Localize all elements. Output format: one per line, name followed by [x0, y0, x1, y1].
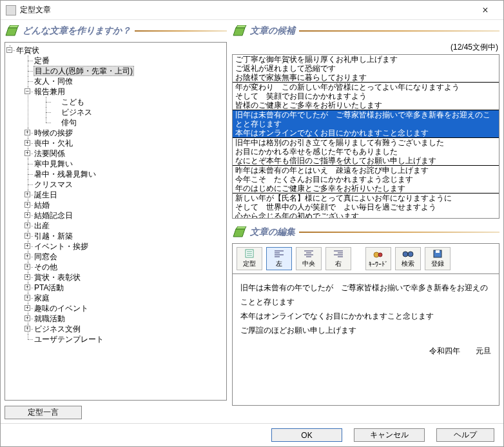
tree-toggle[interactable]: + — [24, 223, 30, 228]
tree-node[interactable]: 家庭 — [34, 293, 50, 303]
category-tree[interactable]: −年賀状定番目上の人(恩師・先輩・上司)友人・同僚−報告兼用こどもビジネス俳句+… — [5, 42, 227, 401]
ok-button[interactable]: OK — [271, 428, 342, 442]
help-button[interactable]: ヘルプ — [436, 428, 494, 442]
tree-node[interactable]: 法要関係 — [34, 149, 66, 158]
candidate-counter: (12/45文例中) — [232, 42, 499, 54]
candidate-line[interactable]: 今年こそ たくさんお目にかかれますよう念じます — [233, 175, 499, 184]
toolbar-left-button[interactable]: 左 — [266, 247, 292, 270]
tree-toggle[interactable]: − — [24, 88, 30, 94]
tree-node[interactable]: 友人・同僚 — [34, 77, 73, 86]
close-button[interactable]: × — [472, 5, 498, 16]
edit-header: 文章の編集 — [232, 225, 499, 239]
tree-toggle[interactable]: + — [24, 284, 30, 290]
tree-node[interactable]: 報告兼用 — [34, 87, 66, 96]
page-icon — [244, 249, 255, 258]
tree-toggle[interactable]: + — [24, 326, 30, 332]
tree-node[interactable]: その他 — [34, 263, 58, 272]
tree-toggle[interactable]: + — [24, 192, 30, 197]
candidate-line[interactable]: ご丁寧な御年賀状を賜り厚くお礼申し上げます — [233, 55, 499, 64]
svg-marker-5 — [236, 226, 246, 229]
cancel-button[interactable]: キャンセル — [354, 428, 425, 442]
tree-node[interactable]: 同窓会 — [34, 252, 58, 261]
tree-toggle[interactable]: + — [24, 130, 30, 135]
tree-node[interactable]: 喪中・欠礼 — [34, 139, 73, 148]
toolbar-register-button[interactable]: 登録 — [425, 247, 451, 270]
candidate-line[interactable]: 旧年中は格別のお引き立てを賜りまして有難うございました — [233, 138, 499, 147]
toolbar-right-button[interactable]: 右 — [325, 247, 351, 270]
candidate-line[interactable]: 本年はオンラインでなくお目にかかれますこと念じます — [233, 128, 499, 137]
tree-node[interactable]: 定番 — [34, 56, 50, 65]
tree-toggle[interactable]: + — [24, 305, 30, 311]
tree-toggle[interactable]: + — [24, 233, 30, 239]
dialog-window: 定型文章 × どんな文章を作りますか？ −年賀状定番目上の人(恩師・先輩・上司)… — [0, 0, 504, 447]
dialog-footer: OK キャンセル ヘルプ — [1, 423, 503, 446]
tree-toggle[interactable]: − — [6, 47, 12, 53]
candidate-line[interactable]: 皆様のご健康とご多幸をお祈りいたします — [233, 101, 499, 110]
candidate-line[interactable]: お陰様で家族無事に暮らしております — [233, 73, 499, 82]
candidate-line[interactable]: 旧年は未曾有の年でしたが ご尊家皆様お揃いで幸多き新春をお迎えのことと存じます — [233, 110, 499, 128]
toolbar-label: 左 — [276, 259, 282, 268]
tree-node[interactable]: 時候の挨拶 — [34, 128, 73, 137]
candidate-line[interactable]: 心から念じる年の初めでございます — [233, 212, 499, 218]
tree-node[interactable]: 暑中・残暑見舞い — [34, 170, 97, 179]
tree-node[interactable]: クリスマス — [34, 180, 73, 189]
candidate-line[interactable]: そして 笑顔でお目にかかれますよう — [233, 92, 499, 101]
tree-toggle[interactable]: + — [24, 202, 30, 208]
align-left-icon — [273, 249, 285, 258]
tree-node[interactable]: こども — [61, 97, 85, 106]
svg-point-24 — [403, 252, 408, 257]
tree-node[interactable]: PTA活動 — [34, 283, 64, 292]
toolbar-keyword-button[interactable]: ｷｰﾜｰﾄﾞ — [365, 247, 391, 270]
candidate-line[interactable]: お目にかかれる幸せを感じた年でもありました — [233, 147, 499, 156]
tree-toggle[interactable]: + — [24, 140, 30, 146]
candidate-line[interactable]: そして 世界中の人が笑顔で よい毎日を過ごせますよう — [233, 203, 499, 212]
edit-section: 文章の編集 定型左中央右ｷｰﾜｰﾄﾞ検索登録 旧年は未曾有の年でしたが ご尊家皆… — [232, 225, 499, 406]
tree-node[interactable]: 結婚記念日 — [34, 211, 73, 220]
tree-node[interactable]: 結婚 — [34, 201, 50, 210]
tree-toggle[interactable]: + — [24, 264, 30, 270]
tree-node[interactable]: 賞状・表彰状 — [34, 273, 81, 282]
candidate-line[interactable]: 昨年は未曾有の年とはいえ 疎遠をお詫び申し上げます — [233, 166, 499, 175]
save-icon — [432, 249, 443, 258]
tree-node[interactable]: 寒中見舞い — [34, 159, 73, 168]
toolbar-search-button[interactable]: 検索 — [395, 247, 421, 270]
tree-node[interactable]: 年賀状 — [15, 46, 40, 55]
candidate-line[interactable]: 年が変わり この新しい年が皆様にとってよい年になりますよう — [233, 83, 499, 92]
header-rule — [299, 232, 499, 233]
tree-toggle[interactable]: + — [24, 295, 30, 301]
tree-node[interactable]: イベント・挨拶 — [34, 242, 89, 251]
tree-toggle[interactable]: + — [24, 243, 30, 249]
svg-marker-0 — [6, 28, 17, 35]
toolbar-teikei-button[interactable]: 定型 — [237, 247, 262, 270]
template-phrases-button[interactable]: 定型一言 — [5, 406, 82, 419]
tree-toggle[interactable]: + — [24, 212, 30, 218]
tree-node[interactable]: ビジネス — [61, 108, 93, 117]
toolbar-label: 登録 — [431, 259, 444, 268]
titlebar: 定型文章 × — [1, 1, 503, 20]
edit-toolbar: 定型左中央右ｷｰﾜｰﾄﾞ検索登録 — [232, 243, 499, 273]
toolbar-label: 右 — [335, 259, 342, 268]
editor-textarea[interactable]: 旧年は未曾有の年でしたが ご尊家皆様お揃いで幸多き新春をお迎えのことと存じます本… — [232, 273, 499, 406]
candidate-list[interactable]: ご丁寧な御年賀状を賜り厚くお礼申し上げますご返礼が遅れまして恐縮ですお陰様で家族… — [232, 54, 499, 219]
candidate-line[interactable]: 年のはじめにご健康とご多幸をお祈りいたします — [233, 184, 499, 193]
candidate-line[interactable]: なにとぞ本年も倍旧のご指導を伏してお願い申し上げます — [233, 156, 499, 165]
left-header: どんな文章を作りますか？ — [5, 24, 227, 38]
tree-toggle[interactable]: + — [24, 274, 30, 280]
candidate-line[interactable]: 新しい年が【氏名】様にとって真によいお年になりますように — [233, 194, 499, 203]
tree-node[interactable]: 就職活動 — [34, 314, 66, 323]
toolbar-center-button[interactable]: 中央 — [296, 247, 322, 270]
tree-toggle[interactable]: + — [24, 253, 30, 259]
tree-node[interactable]: 俳句 — [61, 118, 77, 127]
candidate-line[interactable]: ご返礼が遅れまして恐縮です — [233, 64, 499, 73]
tree-node[interactable]: ユーザテンプレート — [34, 335, 104, 344]
tree-node[interactable]: 目上の人(恩師・先輩・上司) — [34, 66, 134, 76]
tree-toggle[interactable]: + — [24, 150, 30, 156]
tree-node[interactable]: 出産 — [34, 221, 50, 230]
tree-node[interactable]: ビジネス文例 — [34, 324, 81, 333]
tree-node[interactable]: 引越・新築 — [34, 232, 73, 241]
editor-line: ご厚誼のほどお願い申し上げます — [240, 323, 491, 337]
tree-node[interactable]: 誕生日 — [34, 190, 58, 199]
tree-node[interactable]: 趣味のイベント — [34, 304, 89, 313]
tree-toggle[interactable]: + — [24, 315, 30, 321]
candidates-header: 文章の候補 — [232, 24, 499, 38]
